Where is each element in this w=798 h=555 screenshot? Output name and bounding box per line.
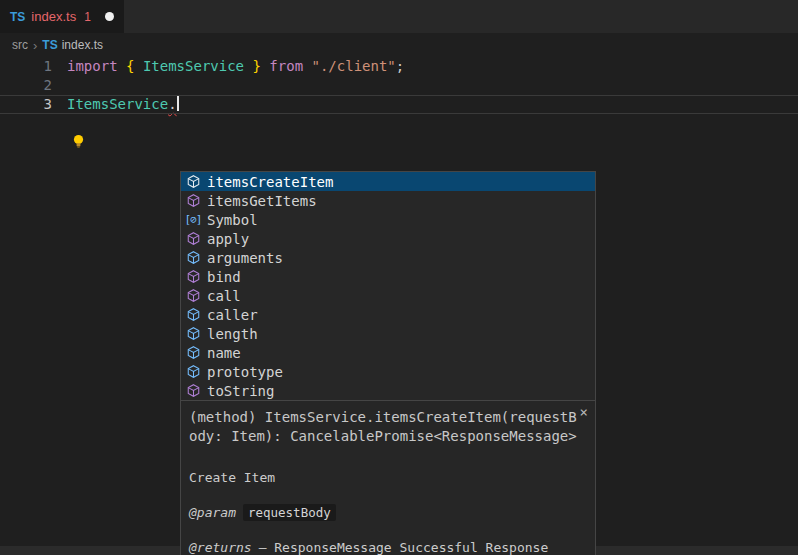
code-text — [52, 76, 67, 95]
line-number: 2 — [0, 76, 52, 95]
typescript-file-icon: TS — [10, 10, 25, 24]
breadcrumb: src › TS index.ts — [0, 33, 798, 57]
breadcrumb-file[interactable]: TS index.ts — [42, 38, 103, 52]
suggestion-item-arguments[interactable]: arguments — [181, 248, 595, 267]
code-editor[interactable]: 1 import { ItemsService } from "./client… — [0, 57, 798, 555]
typescript-file-icon: TS — [42, 38, 57, 52]
suggestion-item-length[interactable]: length — [181, 324, 595, 343]
param-name-chip: requestBody — [243, 504, 336, 521]
symbol-field-icon — [185, 250, 201, 266]
line-number: 1 — [0, 57, 52, 76]
code-line-1[interactable]: 1 import { ItemsService } from "./client… — [0, 57, 798, 76]
current-line-border-bottom — [0, 113, 798, 114]
docs-jsdoc-tags: @paramrequestBody@returns— ResponseMessa… — [189, 504, 587, 555]
symbol-method-icon — [185, 269, 201, 285]
jsdoc-tag-text: — ResponseMessage Successful Response — [259, 540, 549, 555]
suggestion-docs-panel: × (method) ItemsService.itemsCreateItem(… — [181, 400, 595, 555]
jsdoc-tag: @returns — [189, 540, 252, 555]
suggestion-item-Symbol[interactable]: [⊘] Symbol — [181, 210, 595, 229]
line-number-current: 3 — [0, 95, 52, 114]
symbol-method-icon — [185, 383, 201, 399]
method-signature: (method) ItemsService.itemsCreateItem(re… — [189, 408, 579, 446]
symbol-field-icon — [185, 326, 201, 342]
code-line-2[interactable]: 2 — [0, 76, 798, 95]
chevron-right-icon: › — [33, 38, 37, 53]
tab-index-ts[interactable]: TS index.ts 1 — [0, 0, 124, 33]
symbol-method-icon — [185, 193, 201, 209]
code-line-3[interactable]: 3 ItemsService. — [0, 95, 798, 114]
current-line-border-top — [0, 95, 798, 96]
code-text: import { ItemsService } from "./client"; — [52, 57, 404, 76]
suggestion-item-name[interactable]: name — [181, 343, 595, 362]
suggestion-item-bind[interactable]: bind — [181, 267, 595, 286]
intellisense-suggest-widget: itemsCreateItem itemsGetItems [⊘] Symbol… — [180, 171, 596, 555]
lightbulb-icon[interactable] — [72, 134, 85, 149]
modified-dot-icon[interactable] — [105, 12, 114, 21]
symbol-misc-icon: [⊘] — [185, 212, 201, 228]
symbol-field-icon — [185, 307, 201, 323]
suggestion-item-itemsCreateItem[interactable]: itemsCreateItem — [181, 172, 595, 191]
symbol-field-icon — [185, 364, 201, 380]
code-text: ItemsService. — [52, 95, 177, 114]
suggestion-item-itemsGetItems[interactable]: itemsGetItems — [181, 191, 595, 210]
suggestion-item-prototype[interactable]: prototype — [181, 362, 595, 381]
suggestion-list: itemsCreateItem itemsGetItems [⊘] Symbol… — [181, 172, 595, 400]
tab-title: index.ts — [31, 9, 76, 24]
suggestion-item-call[interactable]: call — [181, 286, 595, 305]
docs-description: Create Item — [189, 470, 587, 485]
docs-tag-row: @returns— ResponseMessage Successful Res… — [189, 540, 587, 555]
close-icon[interactable]: × — [580, 405, 588, 419]
symbol-method-icon — [185, 231, 201, 247]
suggestion-item-caller[interactable]: caller — [181, 305, 595, 324]
docs-tag-row: @paramrequestBody — [189, 504, 587, 521]
symbol-field-icon — [185, 345, 201, 361]
breadcrumb-file-label: index.ts — [62, 38, 103, 52]
tab-bar: TS index.ts 1 — [0, 0, 798, 33]
jsdoc-tag: @param — [189, 505, 236, 520]
text-cursor — [177, 95, 179, 111]
suggestion-item-toString[interactable]: toString — [181, 381, 595, 400]
symbol-method-icon — [185, 288, 201, 304]
breadcrumb-folder[interactable]: src — [12, 38, 28, 52]
suggestion-item-apply[interactable]: apply — [181, 229, 595, 248]
tab-error-count-badge: 1 — [84, 10, 91, 24]
symbol-method-icon — [185, 174, 201, 190]
